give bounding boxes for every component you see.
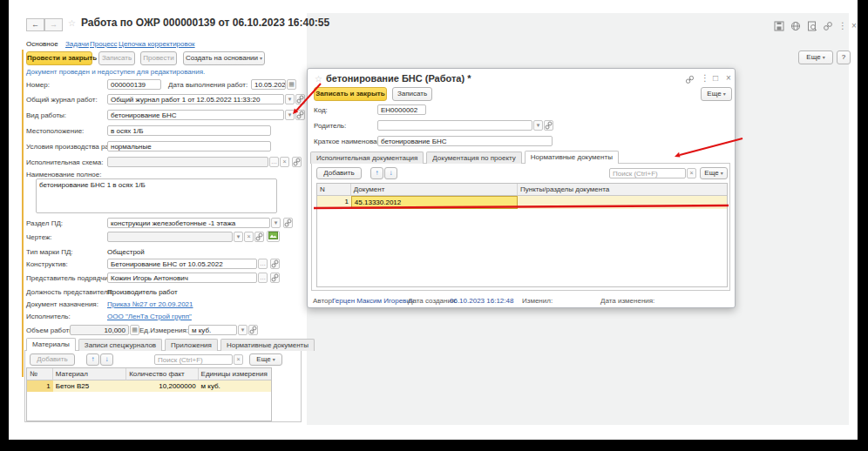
post-button[interactable]: Провести [140, 51, 177, 65]
col-sections[interactable]: Пункты/разделы документа [518, 184, 727, 196]
number-field[interactable]: 000000139 [107, 79, 161, 90]
tab-special-journals[interactable]: Записи спецжурналов [78, 339, 162, 351]
code-field[interactable]: ЕН0000002 [377, 104, 426, 115]
table-row[interactable]: 1 45.13330.2012 [317, 196, 727, 209]
tab-tasks[interactable]: Задачи [65, 40, 89, 49]
docs-more-button[interactable]: Еще▾ [700, 167, 728, 179]
close-icon[interactable]: × [724, 73, 733, 84]
clear-icon[interactable]: × [280, 157, 289, 167]
favorite-star-icon[interactable]: ☆ [315, 74, 322, 84]
col-number[interactable]: № [27, 368, 53, 380]
materials-search-input[interactable] [154, 354, 233, 365]
pd-section-field[interactable]: конструкции железобетонные -1 этажа [107, 218, 270, 228]
open-link-icon[interactable] [248, 325, 258, 335]
open-link-icon[interactable] [295, 94, 305, 104]
docs-search-input[interactable] [609, 168, 686, 178]
docs-add-button[interactable]: Добавить [316, 167, 362, 179]
write-button[interactable]: Записать [98, 51, 135, 65]
choose-icon[interactable]: … [258, 259, 268, 269]
location-field[interactable]: в осях 1/Б [107, 125, 271, 136]
worktype-field[interactable]: бетонирование БНС [107, 110, 284, 120]
tab-attachments[interactable]: Приложения [165, 339, 218, 351]
clear-icon[interactable]: × [244, 232, 254, 242]
row-document-editcell[interactable]: 45.13330.2012 [351, 196, 518, 209]
create-based-on-button[interactable]: Создать на основании▾ [183, 51, 265, 65]
journal-field[interactable]: Общий журнал работ 1 от 12.05.2022 11:33… [107, 94, 284, 104]
author-link[interactable]: Герцен Максим Игоревич [332, 297, 414, 306]
preview-icon[interactable] [807, 21, 817, 31]
more-icon[interactable]: ⋮ [838, 21, 845, 31]
contractor-rep-field[interactable]: Кожин Игорь Антонович [107, 273, 257, 283]
open-link-icon[interactable] [254, 232, 264, 242]
save-icon[interactable] [774, 21, 784, 31]
col-material[interactable]: Материал [53, 368, 126, 380]
open-link-icon[interactable] [292, 157, 302, 167]
chevron-down-icon[interactable]: ▾ [285, 110, 295, 120]
work-date-field[interactable]: 10.05.2022 [251, 79, 286, 90]
chevron-down-icon[interactable]: ▾ [271, 218, 281, 228]
drawing-field[interactable] [107, 232, 233, 242]
search-clear-icon[interactable]: × [687, 168, 696, 178]
save-and-close-button[interactable]: Записать и закрыть [314, 87, 387, 101]
open-link-icon[interactable] [270, 273, 280, 283]
chevron-down-icon[interactable]: ▾ [533, 120, 543, 131]
constructive-field[interactable]: Бетонирование БНС от 10.05.2022 [107, 259, 257, 269]
tab-corrections-chain[interactable]: Цепочка корректировок [119, 40, 195, 49]
parent-field[interactable] [377, 120, 532, 131]
table-row[interactable]: 1 Бетон В25 10,2000000 м куб. [27, 380, 271, 392]
open-link-icon[interactable] [283, 218, 293, 228]
back-button[interactable]: ← [26, 18, 44, 31]
tab-normative-docs[interactable]: Нормативные документы [525, 151, 619, 164]
dialog-more-button[interactable]: Еще▾ [701, 87, 732, 101]
post-and-close-button[interactable]: Провести и закрыть [26, 51, 92, 65]
tab-main[interactable]: Основное [26, 40, 58, 49]
short-name-field[interactable]: бетонирование БНС [377, 136, 553, 146]
work-date-label: Дата выполнения работ: [168, 81, 248, 90]
chevron-down-icon[interactable]: ▾ [238, 325, 248, 335]
conditions-field[interactable]: нормальные [107, 141, 271, 151]
unit-field[interactable]: м куб. [188, 325, 237, 335]
move-down-icon[interactable]: ↓ [384, 167, 397, 179]
move-down-icon[interactable]: ↓ [100, 353, 113, 366]
more-icon[interactable]: ⋮ [701, 73, 708, 84]
close-icon[interactable]: × [850, 21, 858, 31]
more-button[interactable]: Еще▾ [798, 50, 833, 64]
col-qty[interactable]: Количество факт [126, 368, 198, 380]
tab-process[interactable]: Процесс [90, 40, 118, 49]
picture-icon[interactable] [267, 231, 280, 242]
favorite-star-icon[interactable]: ☆ [68, 18, 76, 29]
choose-icon[interactable]: … [269, 157, 279, 167]
save-button[interactable]: Записать [392, 87, 432, 101]
tab-materials[interactable]: Материалы [26, 338, 76, 351]
maximize-icon[interactable]: □ [711, 73, 720, 84]
globe-icon[interactable] [790, 21, 801, 31]
chevron-down-icon[interactable]: ▾ [234, 232, 243, 242]
calendar-icon[interactable]: ▦ [287, 79, 296, 90]
assign-doc-link[interactable]: Приказ №27 от 20.09.2021 [107, 300, 193, 309]
search-clear-icon[interactable]: × [234, 354, 243, 365]
help-button[interactable]: ? [837, 50, 851, 64]
open-link-icon[interactable] [295, 110, 305, 120]
executor-link[interactable]: ООО "ЛенТа Строй групп" [107, 313, 192, 321]
col-document[interactable]: Документ [351, 184, 518, 196]
forward-button[interactable]: → [44, 18, 63, 31]
materials-more-button[interactable]: Еще▾ [249, 353, 282, 366]
open-link-icon[interactable] [270, 259, 280, 269]
move-up-icon[interactable]: ↑ [370, 167, 383, 179]
fullname-textarea[interactable]: бетонирование БНС 1 в осях 1/Б [36, 178, 277, 213]
volume-field[interactable]: 10,000 [70, 325, 129, 335]
tab-normative-docs[interactable]: Нормативные документы [220, 339, 315, 351]
scheme-field[interactable] [107, 157, 268, 167]
move-up-icon[interactable]: ↑ [86, 353, 99, 366]
get-link-icon[interactable] [823, 21, 833, 31]
col-n[interactable]: N [317, 184, 351, 196]
col-unit[interactable]: Единицы измерения [199, 368, 271, 380]
tab-executive-docs[interactable]: Исполнительная документация [310, 151, 424, 164]
open-link-icon[interactable] [544, 120, 553, 131]
calc-icon[interactable]: ▦ [130, 325, 139, 335]
get-link-icon[interactable] [685, 75, 695, 84]
materials-add-button[interactable]: Добавить [30, 353, 75, 366]
choose-icon[interactable]: … [258, 273, 268, 283]
chevron-down-icon[interactable]: ▾ [285, 94, 295, 104]
tab-project-docs[interactable]: Документация по проекту [426, 151, 521, 164]
